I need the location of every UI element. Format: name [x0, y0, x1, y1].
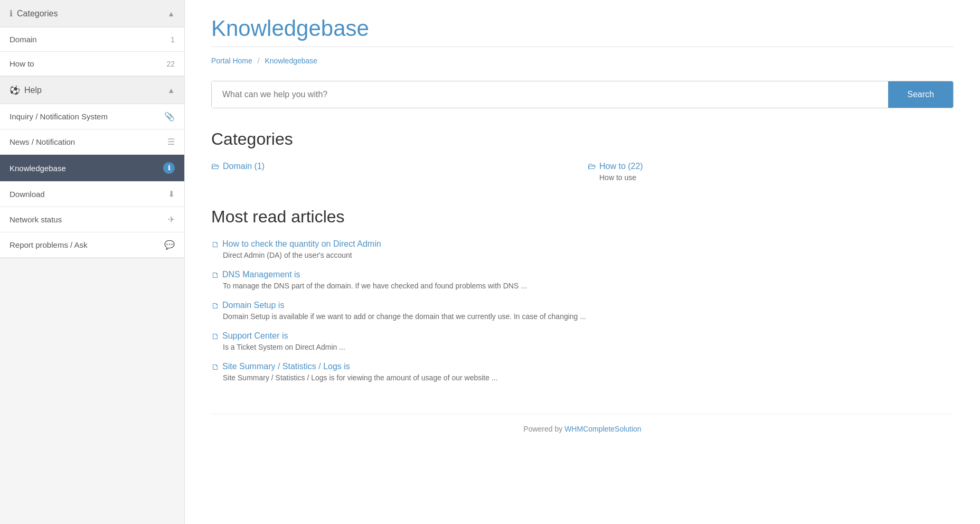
category-domain-link[interactable]: 🗁 Domain (1) [211, 162, 577, 171]
doc-icon-4: 🗋 [211, 362, 219, 371]
list-icon: ☰ [167, 137, 175, 147]
breadcrumb: Portal Home / Knowledgebase [211, 57, 954, 65]
article-title-4: Site Summary / Statistics / Logs is [222, 362, 350, 371]
articles-section-title: Most read articles [211, 207, 954, 227]
article-desc-2: Domain Setup is available if we want to … [223, 312, 954, 321]
article-item-1: 🗋 DNS Management is To manage the DNS pa… [211, 270, 954, 290]
folder-icon-howto: 🗁 [588, 162, 596, 171]
knowledgebase-label: Knowledgebase [10, 164, 66, 173]
sidebar: ℹ Categories ▲ Domain 1 How to 22 ⚽ Help… [0, 0, 185, 524]
news-label: News / Notification [10, 137, 75, 146]
article-title-0: How to check the quantity on Direct Admi… [222, 239, 381, 249]
search-input[interactable] [212, 81, 888, 108]
article-item-3: 🗋 Support Center is Is a Ticket System o… [211, 331, 954, 351]
categories-section-title: Categories [211, 129, 954, 149]
inquiry-label: Inquiry / Notification System [10, 112, 108, 121]
sidebar-item-download[interactable]: Download ⬇ [0, 182, 184, 207]
download-icon: ⬇ [168, 189, 175, 199]
doc-icon-1: 🗋 [211, 270, 219, 279]
article-desc-3: Is a Ticket System on Direct Admin ... [223, 343, 954, 351]
article-desc-1: To manage the DNS part of the domain. If… [223, 282, 954, 290]
help-chevron-up-icon: ▲ [167, 86, 175, 95]
article-title-1: DNS Management is [222, 270, 300, 279]
articles-list: 🗋 How to check the quantity on Direct Ad… [211, 239, 954, 382]
categories-header-label: Categories [17, 9, 58, 18]
knowledgebase-badge: ℹ [163, 162, 175, 174]
help-header-label: Help [24, 86, 42, 95]
doc-icon-2: 🗋 [211, 301, 219, 310]
category-howto-label: How to (22) [599, 162, 643, 171]
network-icon: ✈ [168, 214, 175, 224]
domain-count: 1 [171, 35, 175, 44]
chevron-up-icon: ▲ [167, 10, 175, 18]
article-item-2: 🗋 Domain Setup is Domain Setup is availa… [211, 301, 954, 321]
article-title-3: Support Center is [222, 331, 288, 341]
network-label: Network status [10, 215, 62, 224]
article-link-3[interactable]: 🗋 Support Center is [211, 331, 954, 341]
search-button[interactable]: Search [888, 81, 953, 108]
article-link-0[interactable]: 🗋 How to check the quantity on Direct Ad… [211, 239, 954, 249]
doc-icon-0: 🗋 [211, 240, 219, 249]
page-divider [211, 46, 954, 47]
breadcrumb-home[interactable]: Portal Home [211, 57, 252, 65]
article-title-2: Domain Setup is [222, 301, 284, 310]
sidebar-category-domain[interactable]: Domain 1 [0, 27, 184, 52]
page-title: Knowledgebase [211, 16, 954, 41]
report-label: Report problems / Ask [10, 240, 88, 249]
article-item-0: 🗋 How to check the quantity on Direct Ad… [211, 239, 954, 259]
sidebar-help-section: ⚽ Help ▲ Inquiry / Notification System 📎… [0, 77, 184, 258]
sidebar-item-network[interactable]: Network status ✈ [0, 207, 184, 232]
category-howto-desc: How to use [599, 173, 954, 182]
sidebar-help-header[interactable]: ⚽ Help ▲ [0, 77, 184, 104]
sidebar-item-inquiry[interactable]: Inquiry / Notification System 📎 [0, 104, 184, 129]
article-desc-4: Site Summary / Statistics / Logs is for … [223, 373, 954, 382]
main-content: Knowledgebase Portal Home / Knowledgebas… [185, 0, 980, 524]
article-link-2[interactable]: 🗋 Domain Setup is [211, 301, 954, 310]
sidebar-item-knowledgebase[interactable]: Knowledgebase ℹ [0, 155, 184, 182]
article-item-4: 🗋 Site Summary / Statistics / Logs is Si… [211, 362, 954, 382]
search-bar: Search [211, 81, 954, 108]
sidebar-item-report[interactable]: Report problems / Ask 💬 [0, 232, 184, 258]
sidebar-categories-section: ℹ Categories ▲ Domain 1 How to 22 [0, 0, 184, 77]
paperclip-icon: 📎 [164, 111, 175, 121]
category-domain-label: Domain (1) [223, 162, 265, 171]
howto-count: 22 [166, 60, 175, 68]
category-howto-link[interactable]: 🗁 How to (22) [588, 162, 954, 171]
category-howto: 🗁 How to (22) How to use [588, 162, 954, 182]
chat-icon: 💬 [164, 240, 175, 250]
info-icon: ℹ [10, 8, 13, 18]
sidebar-categories-header[interactable]: ℹ Categories ▲ [0, 0, 184, 27]
sidebar-category-howto[interactable]: How to 22 [0, 52, 184, 76]
footer-link[interactable]: WHMCompleteSolution [564, 425, 642, 433]
folder-icon-domain: 🗁 [211, 162, 220, 171]
download-label: Download [10, 190, 45, 199]
sidebar-item-news[interactable]: News / Notification ☰ [0, 129, 184, 155]
category-domain: 🗁 Domain (1) [211, 162, 577, 182]
article-desc-0: Direct Admin (DA) of the user's account [223, 251, 954, 259]
breadcrumb-separator: / [258, 57, 260, 65]
doc-icon-3: 🗋 [211, 332, 219, 341]
footer: Powered by WHMCompleteSolution [211, 414, 954, 433]
categories-grid: 🗁 Domain (1) 🗁 How to (22) How to use [211, 162, 954, 182]
article-link-1[interactable]: 🗋 DNS Management is [211, 270, 954, 279]
footer-text: Powered by [523, 425, 564, 433]
article-link-4[interactable]: 🗋 Site Summary / Statistics / Logs is [211, 362, 954, 371]
help-icon: ⚽ [10, 85, 20, 95]
breadcrumb-current[interactable]: Knowledgebase [265, 57, 317, 65]
